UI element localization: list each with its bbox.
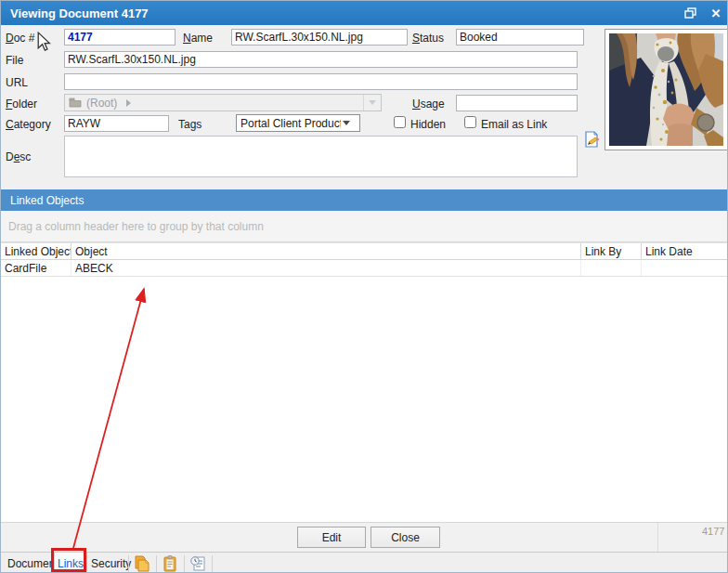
panel-divider — [657, 523, 658, 553]
clipboard-icon — [161, 554, 179, 573]
doc-number-label: Doc # — [6, 32, 34, 45]
chevron-down-icon — [369, 100, 376, 105]
tab-links[interactable]: Links — [54, 553, 87, 573]
url-field[interactable] — [64, 73, 578, 90]
cell-object: ABECK — [72, 261, 581, 276]
cell-link-date — [642, 261, 728, 276]
linked-objects-header: Linked Objects — [1, 189, 728, 211]
column-header-linked-object[interactable]: Linked Object — [1, 243, 72, 259]
column-header-object[interactable]: Object — [72, 243, 581, 259]
window-title: Viewing Document 4177 — [10, 7, 149, 20]
name-field[interactable] — [231, 29, 408, 46]
copy-pages-icon — [133, 554, 151, 573]
edit-button[interactable]: Edit — [297, 527, 366, 548]
folder-value: (Root) — [86, 97, 117, 110]
desc-field[interactable] — [64, 136, 578, 177]
folder-label: Folder — [6, 98, 37, 111]
file-field[interactable] — [64, 51, 578, 68]
status-label: Status — [412, 32, 444, 45]
tags-label: Tags — [178, 118, 202, 131]
doc-number-field[interactable] — [64, 29, 176, 46]
edit-description-button[interactable] — [583, 130, 602, 151]
email-as-link-checkbox[interactable] — [464, 116, 476, 128]
close-button[interactable]: Close — [370, 527, 440, 548]
linked-objects-title: Linked Objects — [10, 194, 84, 207]
folder-dropdown-button[interactable] — [363, 95, 381, 111]
desc-label: Desc — [6, 150, 31, 163]
document-image-preview — [604, 29, 728, 150]
toolbar-separator — [184, 555, 185, 572]
viewing-document-window: Viewing Document 4177 ✕ Doc # Name Statu… — [0, 0, 728, 573]
tags-dropdown[interactable]: Portal Client Product Ima — [236, 114, 360, 132]
hidden-label: Hidden — [410, 118, 446, 131]
tab-security[interactable]: Security — [88, 553, 134, 573]
tags-value: Portal Client Product Ima — [237, 117, 341, 130]
cell-linked-object: CardFile — [1, 261, 72, 276]
chevron-down-icon — [343, 121, 350, 125]
toolbar-separator — [128, 555, 129, 572]
hidden-checkbox[interactable] — [394, 116, 406, 128]
document-date-button[interactable] — [188, 554, 207, 573]
category-label: Category — [6, 118, 51, 131]
folder-expand-icon — [126, 99, 131, 107]
usage-label: Usage — [412, 98, 445, 111]
toolbar-separator — [156, 555, 157, 572]
restore-icon — [684, 7, 697, 19]
usage-field[interactable] — [456, 95, 578, 111]
doc-number-footer: 4177 — [702, 526, 724, 537]
close-window-button[interactable]: ✕ — [705, 1, 727, 25]
document-date-icon — [188, 554, 207, 573]
column-header-link-by[interactable]: Link By — [581, 243, 642, 259]
email-as-link-label: Email as Link — [481, 118, 547, 131]
table-row[interactable]: CardFile ABECK — [1, 261, 728, 277]
tab-document[interactable]: Document — [5, 553, 61, 573]
edit-note-icon — [583, 130, 602, 149]
restore-window-button[interactable] — [677, 1, 705, 25]
grid-header-row: Linked Object Object Link By Link Date — [1, 242, 728, 260]
copy-pages-button[interactable] — [133, 554, 151, 573]
column-header-link-date[interactable]: Link Date — [642, 243, 728, 259]
title-bar: Viewing Document 4177 ✕ — [1, 1, 727, 25]
close-icon: ✕ — [711, 7, 722, 20]
status-field[interactable] — [456, 29, 584, 46]
group-by-hint: Drag a column header here to group by th… — [8, 220, 264, 233]
document-form: Doc # Name Status File URL Folder (Root)… — [1, 25, 728, 189]
url-label: URL — [6, 76, 28, 89]
clipboard-button[interactable] — [161, 554, 179, 573]
group-by-panel[interactable]: Drag a column header here to group by th… — [1, 211, 728, 242]
linked-objects-grid: Drag a column header here to group by th… — [1, 211, 728, 522]
folder-icon — [69, 98, 82, 108]
scarf-product-photo — [609, 33, 723, 146]
button-panel: Edit Close 4177 — [1, 522, 728, 552]
status-bar: Document Links Security — [1, 552, 728, 573]
category-field[interactable] — [64, 115, 169, 132]
file-label: File — [6, 54, 23, 67]
folder-combobox[interactable]: (Root) — [64, 94, 382, 111]
cell-link-by — [581, 261, 642, 276]
toolbar-separator — [212, 555, 213, 572]
name-label: Name — [183, 32, 213, 45]
